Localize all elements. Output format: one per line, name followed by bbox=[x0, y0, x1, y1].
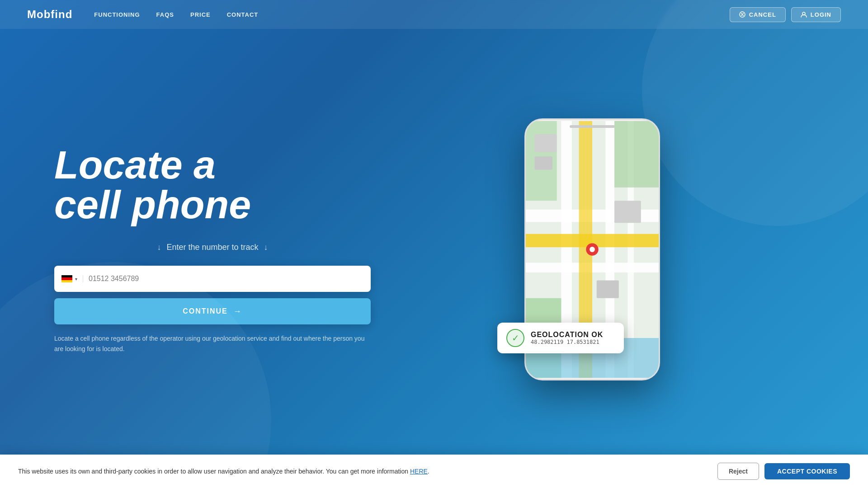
svg-point-19 bbox=[590, 247, 595, 252]
arrow-down-right-icon: ↓ bbox=[264, 243, 268, 252]
main-content: Locate a cell phone ↓ Enter the number t… bbox=[0, 29, 868, 452]
cookie-banner: This website uses its own and third-part… bbox=[0, 455, 868, 488]
svg-point-1 bbox=[802, 12, 805, 15]
arrow-down-left-icon: ↓ bbox=[157, 243, 161, 252]
cookie-here-link[interactable]: HERE bbox=[410, 468, 428, 475]
geo-check-icon: ✓ bbox=[506, 329, 524, 347]
geo-text: GEOLOCATION OK 48.2982119 17.8531821 bbox=[531, 331, 603, 345]
nav-links: FUNCTIONING FAQS PRICE CONTACT bbox=[94, 10, 258, 19]
accept-cookies-button[interactable]: ACCEPT COOKIES bbox=[764, 463, 850, 479]
svg-rect-14 bbox=[535, 134, 557, 152]
nav-price[interactable]: PRICE bbox=[190, 11, 211, 18]
login-button[interactable]: LOGIN bbox=[791, 7, 841, 22]
hero-subtitle: ↓ Enter the number to track ↓ bbox=[54, 243, 371, 252]
navbar-left: Mobfind FUNCTIONING FAQS PRICE CONTACT bbox=[27, 8, 258, 21]
svg-rect-11 bbox=[614, 121, 659, 188]
left-side: Locate a cell phone ↓ Enter the number t… bbox=[54, 145, 371, 354]
svg-rect-16 bbox=[614, 201, 641, 223]
right-side: ✓ GEOLOCATION OK 48.2982119 17.8531821 bbox=[371, 118, 814, 380]
phone-input-wrapper: ▾ bbox=[54, 266, 371, 292]
geolocation-badge: ✓ GEOLOCATION OK 48.2982119 17.8531821 bbox=[497, 323, 624, 353]
navbar: Mobfind FUNCTIONING FAQS PRICE CONTACT C… bbox=[0, 0, 868, 29]
phone-input[interactable] bbox=[89, 275, 363, 283]
svg-rect-17 bbox=[597, 281, 619, 298]
country-selector[interactable]: ▾ bbox=[61, 275, 83, 282]
nav-functioning[interactable]: FUNCTIONING bbox=[94, 11, 140, 18]
hero-title: Locate a cell phone bbox=[54, 145, 371, 225]
reject-button[interactable]: Reject bbox=[717, 463, 759, 480]
cookie-text: This website uses its own and third-part… bbox=[18, 468, 699, 475]
geo-coords: 48.2982119 17.8531821 bbox=[531, 339, 603, 345]
description-text: Locate a cell phone regardless of the op… bbox=[54, 333, 371, 354]
german-flag-icon bbox=[61, 275, 72, 282]
navbar-right: CANCEL LOGIN bbox=[730, 7, 841, 22]
chevron-down-icon: ▾ bbox=[75, 277, 77, 282]
arrow-right-icon: → bbox=[233, 307, 242, 316]
nav-contact[interactable]: CONTACT bbox=[227, 11, 259, 18]
geo-title: GEOLOCATION OK bbox=[531, 331, 603, 339]
nav-faqs[interactable]: FAQS bbox=[156, 11, 174, 18]
cancel-icon bbox=[739, 11, 745, 18]
cookie-buttons: Reject ACCEPT COOKIES bbox=[717, 463, 850, 480]
phone-notch bbox=[570, 125, 615, 128]
continue-button[interactable]: CONTINUE → bbox=[54, 298, 371, 324]
cancel-button[interactable]: CANCEL bbox=[730, 7, 786, 22]
logo[interactable]: Mobfind bbox=[27, 8, 72, 21]
person-icon bbox=[801, 11, 807, 18]
svg-rect-15 bbox=[535, 156, 552, 169]
phone-mockup: ✓ GEOLOCATION OK 48.2982119 17.8531821 bbox=[524, 118, 660, 380]
